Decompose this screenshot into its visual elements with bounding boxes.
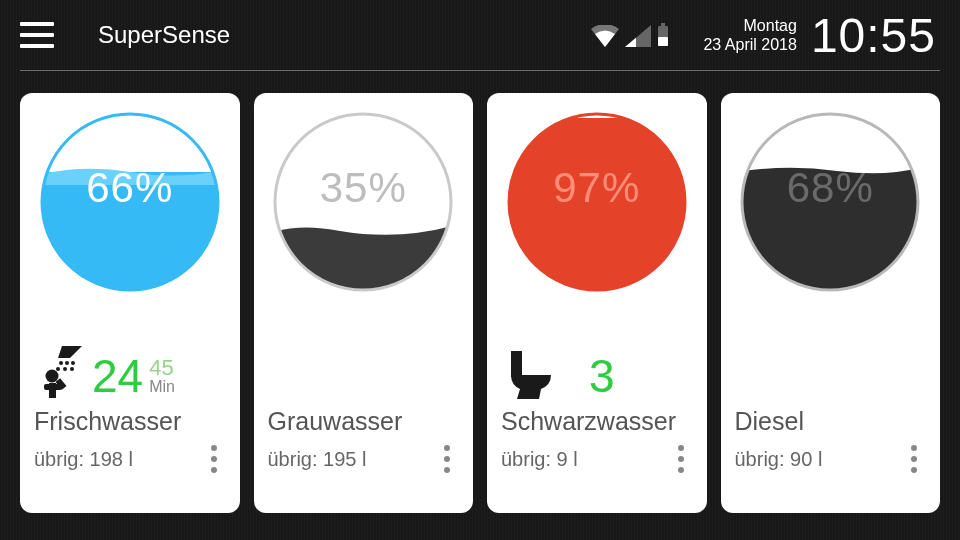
top-bar: SuperSense Montag 23 April 2018 10:55 <box>0 0 960 70</box>
remaining: übrig: 9 l <box>501 448 578 471</box>
status-icons <box>591 23 669 47</box>
card-grid: 66% 24 45 Min Frischwasser <box>0 71 960 513</box>
clock: 10:55 <box>811 8 936 63</box>
card-menu-button[interactable] <box>669 442 693 476</box>
svg-point-8 <box>71 361 75 365</box>
extra-row: 24 45 Min <box>34 329 226 399</box>
card-diesel[interactable]: 68% Diesel übrig: 90 l <box>721 93 941 513</box>
toilet-icon <box>505 351 557 399</box>
gauge: 68% <box>737 109 923 295</box>
svg-rect-21 <box>511 351 522 377</box>
gauge-percent: 68% <box>737 109 923 295</box>
full-date: 23 April 2018 <box>703 35 796 54</box>
remaining: übrig: 195 l <box>268 448 367 471</box>
svg-point-9 <box>56 367 60 371</box>
extra-row: 3 <box>501 329 693 399</box>
remaining: übrig: 90 l <box>735 448 823 471</box>
svg-point-10 <box>63 367 67 371</box>
svg-point-11 <box>70 367 74 371</box>
card-menu-button[interactable] <box>902 442 926 476</box>
shower-icon <box>38 343 86 399</box>
shower-sub: 45 Min <box>149 357 175 395</box>
gauge-percent: 66% <box>37 109 223 295</box>
cell-signal-icon <box>625 25 651 47</box>
card-frischwasser[interactable]: 66% 24 45 Min Frischwasser <box>20 93 240 513</box>
app-title: SuperSense <box>98 21 230 49</box>
svg-point-6 <box>59 361 63 365</box>
datetime: Montag 23 April 2018 10:55 <box>703 8 936 63</box>
toilet-count: 3 <box>589 353 615 399</box>
card-menu-button[interactable] <box>202 442 226 476</box>
svg-point-12 <box>46 370 59 383</box>
svg-point-7 <box>65 361 69 365</box>
shower-minutes: 24 <box>92 353 143 399</box>
gauge: 35% <box>270 109 456 295</box>
svg-rect-2 <box>658 37 668 46</box>
card-title: Schwarzwasser <box>501 407 693 436</box>
card-grauwasser[interactable]: 35% Grauwasser übrig: 195 l <box>254 93 474 513</box>
gauge-percent: 35% <box>270 109 456 295</box>
wifi-icon <box>591 25 619 47</box>
card-schwarzwasser[interactable]: 97% 3 Schwarzwasser übrig: 9 l <box>487 93 707 513</box>
gauge: 97% <box>504 109 690 295</box>
remaining: übrig: 198 l <box>34 448 133 471</box>
battery-icon <box>657 23 669 47</box>
svg-rect-1 <box>661 23 665 26</box>
card-menu-button[interactable] <box>435 442 459 476</box>
gauge: 66% <box>37 109 223 295</box>
menu-button[interactable] <box>20 22 54 48</box>
date: Montag 23 April 2018 <box>703 16 796 54</box>
card-title: Frischwasser <box>34 407 226 436</box>
card-title: Diesel <box>735 407 927 436</box>
weekday: Montag <box>703 16 796 35</box>
card-title: Grauwasser <box>268 407 460 436</box>
gauge-percent: 97% <box>504 109 690 295</box>
